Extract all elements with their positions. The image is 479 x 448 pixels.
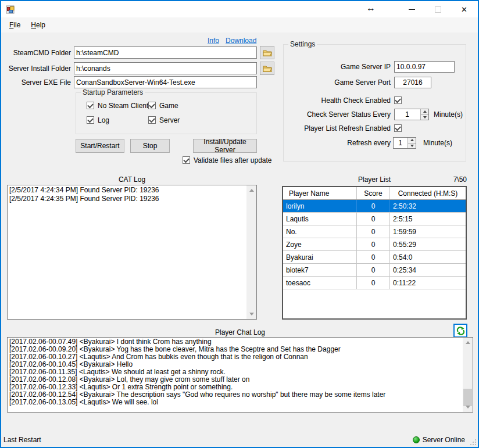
table-header-row: Player Name Score Connected (H:M:S) bbox=[283, 187, 466, 200]
cell-name: lorilyn bbox=[283, 200, 357, 212]
chat-log-scrollbar[interactable] bbox=[463, 338, 473, 412]
chat-log-title: Player Chat Log bbox=[7, 328, 473, 336]
table-row[interactable]: lorilyn 0 2:50:32 bbox=[283, 200, 466, 213]
col-connected[interactable]: Connected (H:M:S) bbox=[390, 187, 466, 199]
game-checkbox[interactable] bbox=[148, 102, 156, 109]
minimize-button[interactable] bbox=[399, 1, 425, 17]
spin-down-button[interactable] bbox=[407, 143, 416, 149]
cell-connected: 1:59:59 bbox=[390, 225, 466, 238]
validate-files-label: Validate files after update bbox=[194, 156, 272, 164]
check-status-unit: Minute(s) bbox=[434, 110, 463, 119]
cell-name: Byakurai bbox=[283, 251, 357, 263]
info-link[interactable]: Info bbox=[208, 37, 219, 45]
spin-up-button[interactable] bbox=[407, 138, 416, 143]
player-list-refresh-label: Player List Refresh Enabled bbox=[289, 124, 391, 132]
cat-log-scrollbar[interactable] bbox=[246, 185, 256, 319]
table-row[interactable]: toesaoc 0 0:11:22 bbox=[283, 277, 466, 289]
cell-score: 0 bbox=[357, 238, 390, 250]
game-label: Game bbox=[159, 102, 178, 110]
cell-name: Laqutis bbox=[283, 213, 357, 225]
log-checkbox[interactable] bbox=[87, 116, 94, 124]
steamcmd-folder-input[interactable] bbox=[74, 46, 257, 59]
cell-score: 0 bbox=[357, 213, 390, 225]
cell-score: 0 bbox=[357, 225, 390, 238]
col-score[interactable]: Score bbox=[357, 187, 390, 199]
menu-help[interactable]: Help bbox=[26, 19, 51, 31]
cell-score: 0 bbox=[357, 200, 390, 212]
game-server-port-input[interactable] bbox=[394, 77, 431, 88]
arrow-down-icon bbox=[423, 116, 427, 119]
game-server-ip-input[interactable] bbox=[394, 61, 455, 73]
steamcmd-browse-button[interactable] bbox=[260, 46, 274, 59]
resize-grip[interactable] bbox=[470, 439, 476, 445]
startup-parameters-group: Startup Parameters bbox=[76, 92, 257, 134]
spin-up-button[interactable] bbox=[420, 109, 428, 114]
no-steam-client-label: No Steam Client bbox=[98, 102, 148, 110]
close-button[interactable] bbox=[451, 1, 477, 17]
last-restart-label: Last Restart bbox=[1, 436, 41, 444]
refresh-every-unit: Minute(s) bbox=[423, 139, 452, 147]
arrow-up-icon bbox=[423, 110, 427, 113]
table-row[interactable]: Byakurai 0 0:54:0 bbox=[283, 251, 466, 264]
player-table[interactable]: Player Name Score Connected (H:M:S) lori… bbox=[282, 186, 467, 320]
cell-connected: 2:50:32 bbox=[390, 200, 466, 212]
form-body: Info Download SteamCMD Folder Server Ins… bbox=[1, 33, 478, 433]
player-list-refresh-checkbox[interactable] bbox=[394, 124, 402, 132]
cell-score: 0 bbox=[357, 277, 390, 289]
exe-file-input[interactable] bbox=[74, 76, 257, 88]
check-status-spinner[interactable]: 1 bbox=[394, 109, 429, 120]
cat-log-title: CAT Log bbox=[7, 175, 257, 184]
download-link[interactable]: Download bbox=[226, 37, 256, 45]
cell-name: toesaoc bbox=[283, 277, 357, 289]
steamcmd-folder-label: SteamCMD Folder bbox=[7, 49, 71, 57]
table-row[interactable]: No. 0 1:59:59 bbox=[283, 225, 466, 238]
menubar: File Help bbox=[1, 17, 478, 33]
cell-connected: 0:25:34 bbox=[390, 264, 466, 276]
app-window: ↔ File Help Info Download SteamCMD Folde… bbox=[0, 0, 479, 448]
col-player-name[interactable]: Player Name bbox=[283, 187, 357, 199]
table-row[interactable]: Laqutis 0 2:5:15 bbox=[283, 213, 466, 225]
game-server-ip-label: Game Server IP bbox=[289, 63, 391, 71]
check-status-label: Check Server Status Every bbox=[289, 110, 391, 119]
cell-name: biotek7 bbox=[283, 264, 357, 276]
table-row[interactable]: biotek7 0 0:25:34 bbox=[283, 264, 466, 277]
chat-line: [2017.02.06-00.13.05] <Laqutis> We will … bbox=[9, 399, 461, 406]
folder-icon bbox=[263, 65, 272, 72]
scroll-down-icon bbox=[249, 313, 254, 316]
install-folder-input[interactable] bbox=[74, 62, 257, 74]
cat-log-line: [2/5/2017 4:24:35 PM] Found Server PID: … bbox=[9, 195, 245, 203]
health-check-checkbox[interactable] bbox=[394, 96, 402, 104]
log-label: Log bbox=[98, 116, 109, 124]
cell-connected: 2:5:15 bbox=[390, 213, 466, 225]
chat-log-textbox[interactable]: [2017.02.06-00.07.49] <Byakurai> I dont … bbox=[7, 337, 473, 413]
online-status-icon bbox=[413, 436, 420, 443]
install-browse-button[interactable] bbox=[260, 62, 274, 75]
table-row[interactable]: Zoye 0 0:55:29 bbox=[283, 238, 466, 251]
cell-connected: 0:55:29 bbox=[390, 238, 466, 250]
cell-name: No. bbox=[283, 225, 357, 238]
refresh-every-spinner[interactable]: 1 bbox=[393, 137, 416, 149]
menu-file[interactable]: File bbox=[4, 19, 26, 31]
stop-button[interactable]: Stop bbox=[130, 139, 170, 153]
validate-files-checkbox[interactable] bbox=[183, 156, 190, 164]
scroll-down-icon bbox=[466, 406, 470, 408]
cat-log-textbox[interactable]: [2/5/2017 4:24:34 PM] Found Server PID: … bbox=[7, 185, 257, 320]
arrow-down-icon bbox=[410, 145, 414, 147]
health-check-label: Health Check Enabled bbox=[289, 96, 391, 105]
cell-score: 0 bbox=[357, 251, 390, 263]
server-label: Server bbox=[159, 116, 180, 124]
no-steam-client-checkbox[interactable] bbox=[87, 102, 94, 109]
server-checkbox[interactable] bbox=[148, 116, 156, 124]
cell-score: 0 bbox=[357, 264, 390, 276]
settings-title: Settings bbox=[288, 40, 317, 48]
cell-connected: 0:11:22 bbox=[390, 277, 466, 289]
install-folder-label: Server Install Folder bbox=[7, 64, 71, 73]
winforms-app-icon bbox=[6, 5, 16, 15]
cat-log-line: [2/5/2017 4:24:34 PM] Found Server PID: … bbox=[9, 186, 245, 195]
resize-cursor-icon: ↔ bbox=[366, 3, 376, 13]
spin-down-button[interactable] bbox=[420, 114, 428, 120]
game-server-port-label: Game Server Port bbox=[289, 78, 391, 87]
start-restart-button[interactable]: Start/Restart bbox=[76, 139, 124, 153]
titlebar[interactable]: ↔ bbox=[1, 1, 478, 17]
install-update-server-button[interactable]: Install/Update Server bbox=[193, 139, 257, 153]
